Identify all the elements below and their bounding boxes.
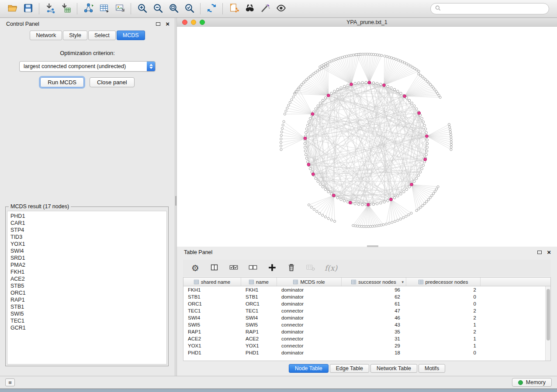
table-settings-button[interactable]: ⚙ [190, 263, 201, 273]
mcds-result-item[interactable]: CAR1 [10, 220, 163, 227]
tab-motifs[interactable]: Motifs [419, 364, 445, 373]
chevron-down-icon[interactable]: ▾ [401, 280, 404, 284]
mcds-result-item[interactable]: STB5 [10, 282, 163, 289]
task-history-button[interactable]: ≡ [5, 378, 15, 386]
open-file-button[interactable] [4, 2, 20, 16]
table-row[interactable]: YOX1YOX1connector291 [183, 342, 545, 349]
float-panel-icon[interactable] [156, 22, 160, 26]
network-graph[interactable] [177, 27, 557, 246]
tab-mcds[interactable]: MCDS [117, 31, 145, 40]
memory-label: Memory [526, 379, 546, 385]
table-cell: 2 [406, 286, 481, 293]
open-folder-icon [7, 3, 18, 15]
zoom-fit-button[interactable] [166, 2, 181, 16]
columns-icon [210, 263, 219, 274]
zoom-in-button[interactable] [134, 2, 150, 16]
table-row[interactable]: TEC1TEC1connector472 [183, 307, 545, 314]
table-row[interactable]: SWI4SWI4dominator462 [183, 314, 545, 321]
table-cell [481, 286, 545, 293]
mcds-result-item[interactable]: TID3 [10, 234, 163, 241]
scrollbar-thumb[interactable] [547, 289, 550, 340]
splitter-handle[interactable] [175, 196, 176, 206]
network-title: YPA_prune.txt_1 [346, 19, 387, 25]
mcds-result-item[interactable]: PMA2 [10, 261, 163, 268]
close-panel-button[interactable]: Close panel [90, 77, 135, 87]
table-row[interactable]: STB1STB1dominator620 [183, 293, 545, 300]
import-network-icon [45, 3, 56, 15]
mcds-result-item[interactable]: STP4 [10, 227, 163, 234]
show-hide-button[interactable] [273, 2, 289, 16]
table-row[interactable]: SWI5SWI5connector431 [183, 321, 545, 328]
mcds-result-item[interactable]: TEC1 [10, 317, 163, 324]
import-table-button[interactable] [58, 2, 74, 16]
zoom-selected-button[interactable] [181, 2, 197, 16]
table-row[interactable]: ORC1ORC1dominator610 [183, 300, 545, 307]
column-header-name[interactable]: name [241, 278, 277, 286]
mcds-result-item[interactable]: ACE2 [10, 275, 163, 282]
tab-node-table[interactable]: Node Table [289, 364, 329, 373]
network-table-button[interactable] [96, 2, 112, 16]
search-input[interactable] [443, 5, 544, 12]
unselect-all-columns-button[interactable] [248, 263, 258, 273]
maximize-window-icon[interactable] [200, 20, 205, 25]
mcds-result-item[interactable]: SWI5 [10, 310, 163, 317]
annotation-pen-button[interactable] [257, 2, 273, 16]
export-image-button[interactable] [112, 2, 128, 16]
delete-table-icon [306, 263, 315, 274]
float-table-panel-icon[interactable] [537, 251, 542, 254]
optimization-dropdown[interactable]: largest connected component (undirected) [19, 61, 156, 72]
close-table-panel-icon[interactable]: × [547, 250, 551, 254]
refresh-button[interactable] [204, 2, 219, 16]
table-panel: Table Panel × ⚙ f(x) shared namenameMCDS… [177, 247, 557, 376]
close-window-icon[interactable] [182, 20, 187, 25]
table-cell: STB1 [183, 293, 241, 300]
column-header-predecessor-nodes[interactable]: predecessor nodes [406, 278, 481, 286]
table-row[interactable]: ACE2ACE2connector311 [183, 335, 545, 342]
add-column-button[interactable] [267, 263, 277, 273]
mcds-result-item[interactable]: YOX1 [10, 241, 163, 248]
import-network-button[interactable] [42, 2, 58, 16]
mcds-result-item[interactable]: PHD1 [10, 213, 163, 220]
delete-column-button[interactable] [286, 263, 297, 273]
memory-button[interactable]: Memory [512, 378, 552, 387]
save-session-button[interactable] [20, 2, 36, 16]
search-field[interactable] [430, 3, 549, 14]
mcds-result-item[interactable]: SRD1 [10, 254, 163, 261]
mcds-result-item[interactable]: ORC1 [10, 289, 163, 296]
network-titlebar[interactable]: YPA_prune.txt_1 [177, 18, 557, 27]
table-row[interactable]: PHD1PHD1dominator180 [183, 349, 545, 356]
mcds-result-item[interactable]: GCR1 [10, 324, 163, 331]
tab-edge-table[interactable]: Edge Table [330, 364, 369, 373]
table-panel-title: Table Panel [184, 249, 212, 255]
mcds-result-item[interactable]: STB1 [10, 303, 163, 310]
mcds-result-item[interactable]: FKH1 [10, 268, 163, 275]
mcds-result-title: MCDS result (17 nodes) [9, 203, 71, 210]
new-network-button[interactable] [80, 2, 96, 16]
mcds-result-list[interactable]: PHD1CAR1STP4TID3YOX1SWI4SRD1PMA2FKH1ACE2… [7, 211, 167, 364]
column-header-MCDS-role[interactable]: MCDS role [277, 278, 342, 286]
column-header-shared-name[interactable]: shared name [183, 278, 241, 286]
horizontal-splitter-handle[interactable] [367, 245, 378, 247]
first-neighbors-button[interactable] [242, 2, 257, 16]
mcds-result-item[interactable]: RAP1 [10, 296, 163, 303]
table-cell: RAP1 [241, 328, 277, 335]
mcds-result-item[interactable]: SWI4 [10, 248, 163, 254]
select-all-columns-button[interactable] [228, 263, 239, 273]
zoom-out-button[interactable] [150, 2, 166, 16]
table-cell: SWI4 [183, 314, 241, 321]
tab-style[interactable]: Style [63, 31, 87, 40]
share-document-button[interactable] [226, 2, 242, 16]
tab-network-table[interactable]: Network Table [370, 364, 417, 373]
table-row[interactable]: RAP1RAP1dominator352 [183, 328, 545, 335]
table-cell: SWI5 [183, 321, 241, 328]
network-canvas[interactable] [177, 27, 557, 247]
tab-select[interactable]: Select [88, 31, 116, 40]
column-header-successor-nodes[interactable]: successor nodes▾ [342, 278, 406, 286]
table-scrollbar[interactable] [545, 286, 550, 361]
run-mcds-button[interactable]: Run MCDS [40, 77, 84, 87]
minimize-window-icon[interactable] [191, 20, 196, 25]
show-columns-button[interactable] [209, 263, 220, 273]
table-row[interactable]: FKH1FKH1dominator962 [183, 286, 545, 293]
close-panel-icon[interactable]: × [166, 22, 170, 26]
tab-network[interactable]: Network [30, 31, 62, 40]
